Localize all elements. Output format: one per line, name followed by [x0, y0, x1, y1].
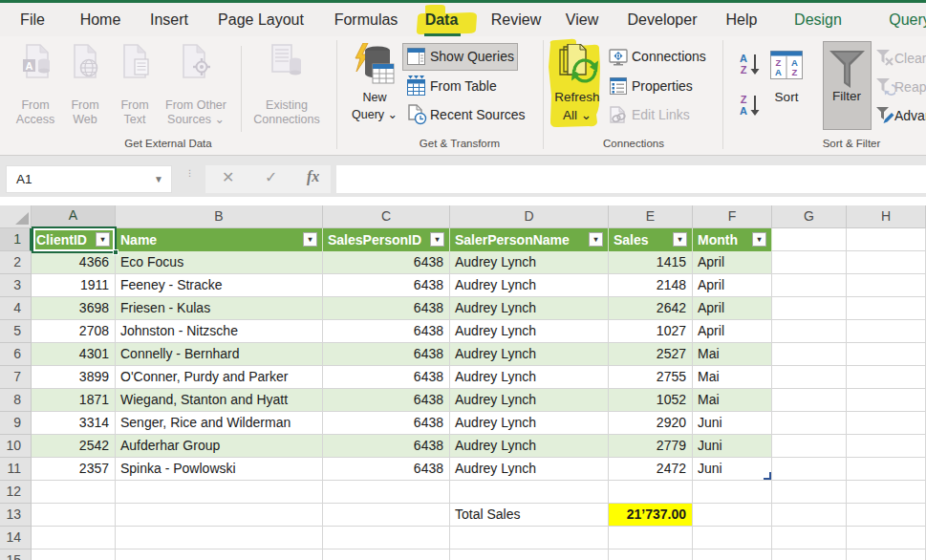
- svg-text:Z: Z: [741, 64, 747, 75]
- svg-text:A: A: [26, 60, 33, 72]
- svg-text:Z: Z: [792, 67, 798, 77]
- svg-text:Z: Z: [776, 57, 782, 68]
- svg-text:A: A: [740, 105, 747, 117]
- svg-text:A: A: [791, 57, 798, 68]
- svg-text:Z: Z: [741, 94, 747, 105]
- svg-text:A: A: [775, 67, 782, 77]
- svg-text:A: A: [740, 53, 747, 64]
